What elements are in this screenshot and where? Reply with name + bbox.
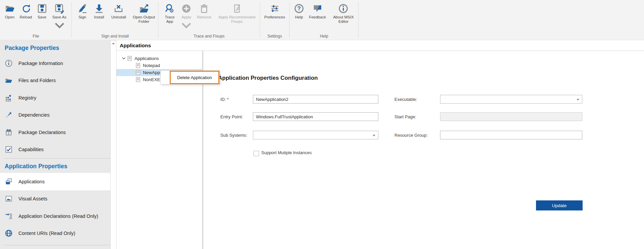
image-icon [5, 195, 13, 203]
tree-node-label: NonEXE [143, 77, 160, 82]
entry-point-input[interactable] [253, 112, 378, 121]
scrollbar-up-arrow[interactable] [111, 41, 116, 46]
sidebar-item-capabilities[interactable]: Capabilities [0, 141, 110, 159]
preferences-sliders-icon [270, 3, 280, 14]
apply-button[interactable]: Apply [178, 3, 195, 32]
navigation-sidebar: Package Properties Package Information F… [0, 40, 110, 249]
app-windows-icon [5, 178, 13, 186]
open-folder-icon [5, 3, 15, 14]
document-icon [136, 63, 140, 68]
sidebar-item-package-information[interactable]: Package Information [0, 55, 110, 72]
button-label: Trace App [161, 15, 178, 24]
reload-button[interactable]: Reload [17, 3, 34, 19]
sidebar-item-applications[interactable]: Applications [0, 173, 110, 190]
sidebar-item-files-and-folders[interactable]: Files and Folders [0, 72, 110, 89]
update-button[interactable]: Update [536, 200, 583, 210]
trace-app-icon [164, 3, 175, 14]
sidebar-item-package-declarations[interactable]: Package Declarations [0, 124, 110, 141]
required-asterisk: * [227, 97, 229, 102]
install-arrow-icon [94, 3, 104, 14]
ribbon-group-label: Help [289, 34, 359, 39]
ribbon-group-label: File [0, 34, 72, 39]
support-multiple-instances-checkbox[interactable] [254, 151, 259, 156]
id-label: ID:* [220, 95, 229, 104]
recommended-fixups-icon [232, 3, 242, 14]
globe-icon [5, 229, 13, 237]
trace-app-button[interactable]: Trace App [161, 3, 178, 24]
ribbon-group-help: ? Help Feedback About MSIX Editor Help [289, 0, 359, 40]
save-button[interactable]: Save [34, 3, 50, 19]
sidebar-scrollbar[interactable] [110, 40, 116, 249]
executable-dropdown[interactable] [440, 95, 582, 104]
checkbox-label: Support Mutiple Instances [261, 150, 312, 155]
sidebar-item-label: Capabilities [18, 147, 44, 152]
preferences-button[interactable]: Preferences [261, 3, 288, 19]
sidebar-item-visual-assets[interactable]: Visual Assets [0, 190, 110, 208]
declarations-list-icon [5, 212, 13, 220]
sidebar-item-label: Application Declarations (Read Only) [18, 213, 98, 219]
open-button[interactable]: Open [2, 3, 17, 19]
sub-systems-dropdown[interactable] [253, 131, 378, 139]
help-circle-icon: ? [294, 3, 304, 14]
sidebar-item-registry[interactable]: Registry [0, 89, 110, 107]
button-label: Open Output Folder [129, 15, 158, 24]
about-info-icon [338, 3, 348, 14]
ribbon-group-label: Sign and Install [72, 34, 158, 39]
sidebar-item-content-uris[interactable]: Content URIs (Read Only) [0, 225, 110, 242]
open-output-folder-icon [139, 3, 149, 14]
delete-application-menu-item[interactable]: Delete Application [170, 71, 219, 84]
sidebar-item-dependencies[interactable]: Dependencies [0, 107, 110, 124]
apply-recommended-fixups-button[interactable]: Apply Recommended Fixups [214, 3, 260, 24]
document-icon [136, 70, 140, 75]
sub-systems-label: Sub Systems: [220, 131, 247, 139]
help-button[interactable]: ? Help [291, 3, 307, 19]
install-button[interactable]: Install [90, 3, 108, 19]
checkbox-check-icon [5, 145, 13, 153]
tree-node-notepad[interactable]: Notepad [116, 62, 202, 69]
chevron-down-icon [181, 20, 192, 31]
resource-group-input[interactable] [440, 131, 582, 139]
sidebar-item-label: Dependencies [18, 112, 50, 118]
ribbon-group-trace-fixups: Trace App Apply Remove Apply Recommended… [158, 0, 260, 40]
context-menu: Delete Application [160, 70, 220, 84]
sidebar-section-header: Package Properties [0, 40, 110, 55]
uninstall-button[interactable]: Uninstall [108, 3, 129, 19]
sidebar-item-label: Package Information [18, 61, 63, 66]
ribbon-group-sign-install: Sign Install Uninstall Open Output Folde… [72, 0, 158, 40]
triangle-up-icon [112, 43, 115, 44]
button-label: Open [5, 15, 14, 19]
info-circle-icon [5, 59, 13, 67]
content-area: Package Properties Package Information F… [0, 40, 644, 249]
start-page-input[interactable] [440, 112, 582, 121]
dropdown-caret-icon [373, 135, 375, 136]
open-output-folder-button[interactable]: Open Output Folder [129, 3, 158, 24]
tree-node-applications[interactable]: Applications [116, 55, 202, 62]
remove-trash-icon [199, 3, 209, 14]
save-as-icon [54, 3, 65, 14]
tree-node-label: Applications [135, 56, 159, 61]
sidebar-item-label: Applications [18, 179, 45, 184]
sidebar-divider [4, 245, 110, 245]
ribbon-empty-space [359, 0, 644, 40]
button-label: Save [38, 15, 46, 19]
sidebar-item-application-declarations[interactable]: Application Declarations (Read Only) [0, 207, 110, 225]
button-label: Install [94, 15, 104, 19]
save-as-button[interactable]: Save As [50, 3, 69, 32]
folder-icon [5, 76, 13, 84]
sign-button[interactable]: Sign [74, 3, 90, 19]
document-icon [127, 56, 132, 61]
id-input[interactable] [253, 95, 378, 104]
button-label: About MSIX Editor [328, 15, 359, 24]
button-label: Apply Recommended Fixups [214, 15, 260, 24]
page-title: Applications [116, 40, 644, 51]
feedback-button[interactable]: Feedback [307, 3, 328, 19]
about-msix-editor-button[interactable]: About MSIX Editor [328, 3, 359, 24]
executable-label: Executable: [394, 95, 417, 104]
button-label: Help [295, 15, 303, 19]
remove-button[interactable]: Remove [195, 3, 214, 19]
ribbon-group-file: Open Reload Save Save As File [0, 0, 72, 40]
feedback-bubble-icon [312, 3, 323, 14]
ribbon-toolbar: Open Reload Save Save As File Sign [0, 0, 644, 40]
start-page-label: Start Page: [394, 112, 416, 121]
sidebar-item-label: Content URIs (Read Only) [18, 231, 75, 236]
